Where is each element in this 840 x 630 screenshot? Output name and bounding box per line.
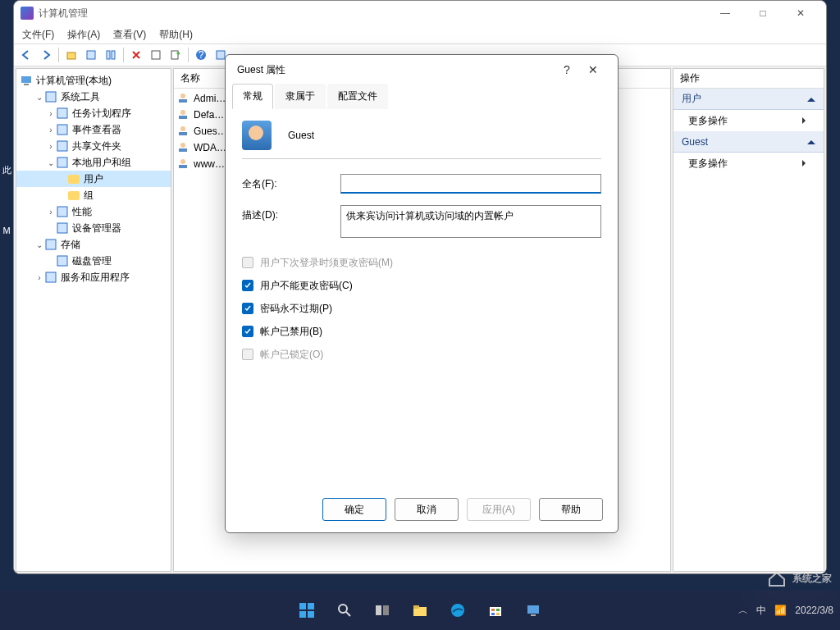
checkbox-label: 密码永不过期(P)	[260, 302, 332, 316]
edge-button[interactable]	[441, 594, 474, 627]
maximize-button[interactable]: □	[744, 1, 782, 25]
watermark: 系统之家	[766, 568, 832, 589]
taskbar[interactable]: ︿ 中 📶 2022/3/8	[0, 591, 840, 630]
menu-file[interactable]: 文件(F)	[17, 26, 59, 43]
house-icon	[766, 568, 788, 589]
svg-rect-43	[491, 609, 495, 611]
dialog-help-button[interactable]: ?	[554, 63, 580, 76]
checkbox-row[interactable]: 帐户已禁用(B)	[242, 320, 601, 343]
dialog-tabs: 常规 隶属于 配置文件	[226, 84, 618, 109]
apply-button[interactable]: 应用(A)	[467, 498, 531, 521]
checkbox[interactable]	[242, 326, 253, 337]
actions-panel: 操作 用户更多操作Guest更多操作	[673, 68, 824, 572]
store-button[interactable]	[479, 594, 512, 627]
minimize-button[interactable]: —	[706, 1, 744, 25]
fullname-input[interactable]	[340, 174, 601, 194]
ok-button[interactable]: 确定	[322, 498, 386, 521]
dialog-titlebar[interactable]: Guest 属性 ? ✕	[226, 55, 618, 84]
tree-item[interactable]: ›性能	[16, 203, 171, 220]
dialog-username: Guest	[288, 130, 314, 141]
svg-rect-32	[308, 603, 314, 609]
guest-properties-dialog: Guest 属性 ? ✕ 常规 隶属于 配置文件 Guest 全名(F): 描述…	[225, 54, 619, 533]
tree-root[interactable]: 计算机管理(本地)	[16, 72, 171, 89]
tree-item[interactable]: ›共享文件夹	[16, 138, 171, 154]
user-avatar-icon	[242, 121, 272, 150]
user-icon	[177, 141, 190, 154]
checkbox-label: 用户不能更改密码(C)	[260, 279, 353, 293]
svg-rect-47	[527, 605, 539, 614]
titlebar[interactable]: 计算机管理 — □ ✕	[14, 1, 826, 25]
action-group-header[interactable]: 用户	[673, 89, 824, 110]
tree-item[interactable]: ⌄存储	[16, 236, 171, 253]
action-item[interactable]: 更多操作	[673, 110, 824, 131]
tree-item[interactable]: ›服务和应用程序	[16, 269, 171, 285]
cancel-button[interactable]: 取消	[395, 498, 459, 521]
svg-rect-18	[46, 240, 56, 249]
svg-rect-9	[21, 76, 31, 83]
tree-item[interactable]: ›任务计划程序	[16, 105, 171, 121]
services-icon	[44, 271, 57, 284]
tray-network-icon[interactable]: 📶	[774, 605, 787, 616]
tree-item[interactable]: 磁盘管理	[16, 253, 171, 269]
svg-rect-14	[57, 141, 67, 151]
collapse-icon	[807, 136, 815, 144]
folder-icon	[67, 189, 80, 202]
tree-item[interactable]: ›事件查看器	[16, 121, 171, 138]
help-button[interactable]: ?	[192, 46, 210, 64]
menu-help[interactable]: 帮助(H)	[154, 26, 198, 43]
checkbox[interactable]	[242, 280, 253, 291]
back-button[interactable]	[17, 46, 35, 64]
tree-item[interactable]: ⌄本地用户和组	[16, 154, 171, 171]
disk-icon	[56, 254, 69, 267]
checkbox-row[interactable]: 用户不能更改密码(C)	[242, 274, 601, 297]
properties-button[interactable]	[82, 46, 100, 64]
nav-tree[interactable]: 计算机管理(本地) ⌄系统工具›任务计划程序›事件查看器›共享文件夹⌄本地用户和…	[16, 69, 171, 289]
tree-item[interactable]: 设备管理器	[16, 220, 171, 236]
tray-chevron-icon[interactable]: ︿	[738, 604, 748, 618]
tree-item[interactable]: 用户	[16, 171, 171, 187]
clock-icon	[56, 107, 69, 120]
forward-button[interactable]	[37, 46, 55, 64]
up-button[interactable]	[62, 46, 80, 64]
tray-ime-icon[interactable]: 中	[756, 604, 766, 618]
svg-rect-4	[152, 51, 160, 59]
start-button[interactable]	[290, 594, 323, 627]
tab-member-of[interactable]: 隶属于	[275, 84, 326, 109]
task-view-button[interactable]	[366, 594, 399, 627]
svg-rect-33	[299, 611, 306, 618]
description-input[interactable]	[340, 205, 601, 238]
delete-button[interactable]	[127, 46, 145, 64]
refresh-button[interactable]	[147, 46, 165, 64]
tools-icon	[44, 90, 57, 103]
action-group-header[interactable]: Guest	[673, 131, 824, 153]
explorer-button[interactable]	[404, 594, 436, 627]
columns-button[interactable]	[102, 46, 120, 64]
svg-point-29	[180, 159, 185, 164]
svg-rect-13	[57, 125, 67, 135]
menu-view[interactable]: 查看(V)	[108, 26, 151, 43]
close-button[interactable]: ✕	[782, 1, 819, 25]
svg-rect-20	[46, 272, 56, 282]
user-icon	[177, 92, 190, 105]
tab-profile[interactable]: 配置文件	[327, 84, 388, 109]
svg-rect-0	[67, 52, 75, 59]
svg-rect-15	[57, 158, 67, 167]
svg-text:?: ?	[199, 49, 204, 61]
search-button[interactable]	[328, 594, 361, 627]
tree-item[interactable]: 组	[16, 187, 171, 203]
checkbox-row[interactable]: 密码永不过期(P)	[242, 297, 601, 320]
export-button[interactable]	[167, 46, 185, 64]
checkbox[interactable]	[242, 303, 253, 314]
svg-rect-5	[171, 51, 178, 59]
checkbox-label: 帐户已锁定(O)	[260, 348, 323, 362]
tab-general[interactable]: 常规	[232, 84, 273, 109]
event-icon	[56, 123, 69, 136]
tray-clock[interactable]: 2022/3/8	[795, 605, 833, 616]
tree-item[interactable]: ⌄系统工具	[16, 89, 171, 105]
help-button[interactable]: 帮助	[539, 498, 603, 521]
compmgmt-taskbar-button[interactable]	[517, 594, 550, 627]
dialog-close-button[interactable]: ✕	[580, 63, 606, 76]
action-item[interactable]: 更多操作	[673, 153, 824, 174]
menu-action[interactable]: 操作(A)	[62, 26, 105, 43]
svg-rect-34	[308, 611, 314, 618]
